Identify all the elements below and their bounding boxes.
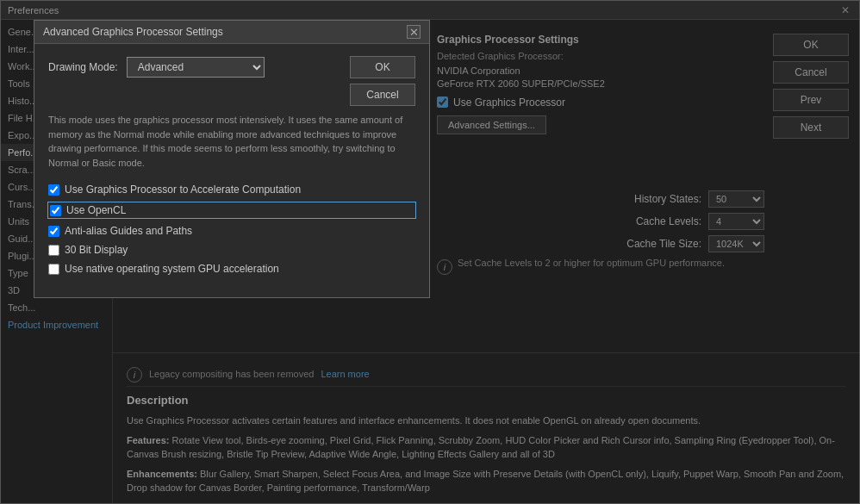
checkbox-anti-alias: Anti-alias Guides and Paths <box>48 225 415 237</box>
dialog-title: Advanced Graphics Processor Settings <box>43 26 223 38</box>
checkbox-use-gpu-accelerate: Use Graphics Processor to Accelerate Com… <box>48 184 415 196</box>
dialog-title-bar: Advanced Graphics Processor Settings ✕ <box>34 21 429 44</box>
anti-alias-label: Anti-alias Guides and Paths <box>65 225 192 237</box>
native-gpu-checkbox[interactable] <box>48 264 59 275</box>
mode-description: This mode uses the graphics processor mo… <box>48 113 415 170</box>
dialog-close-button[interactable]: ✕ <box>407 25 421 39</box>
30bit-checkbox[interactable] <box>48 245 59 256</box>
preferences-window: Preferences ✕ Gene... Inter... Work... T… <box>0 0 860 504</box>
checkbox-native-gpu: Use native operating system GPU accelera… <box>48 263 415 275</box>
advanced-gpu-dialog: Advanced Graphics Processor Settings ✕ D… <box>34 20 430 298</box>
checkbox-30bit: 30 Bit Display <box>48 244 415 256</box>
native-gpu-label: Use native operating system GPU accelera… <box>65 263 279 275</box>
use-opencl-label: Use OpenCL <box>66 204 126 216</box>
checkbox-use-opencl: Use OpenCL <box>48 202 415 218</box>
dialog-cancel-button[interactable]: Cancel <box>350 84 415 106</box>
drawing-mode-select[interactable]: Advanced <box>127 57 265 78</box>
use-gpu-accelerate-label: Use Graphics Processor to Accelerate Com… <box>65 184 301 196</box>
anti-alias-checkbox[interactable] <box>48 226 59 237</box>
30bit-label: 30 Bit Display <box>65 244 128 256</box>
drawing-mode-row: Drawing Mode: Advanced OK <box>48 56 415 78</box>
drawing-mode-label: Drawing Mode: <box>48 61 118 73</box>
dialog-ok-button[interactable]: OK <box>350 56 415 78</box>
dialog-body: Drawing Mode: Advanced OK Cancel This mo… <box>34 44 429 297</box>
dialog-checkboxes: Use Graphics Processor to Accelerate Com… <box>48 184 415 275</box>
use-opencl-checkbox[interactable] <box>50 205 61 216</box>
use-gpu-accelerate-checkbox[interactable] <box>48 184 59 196</box>
